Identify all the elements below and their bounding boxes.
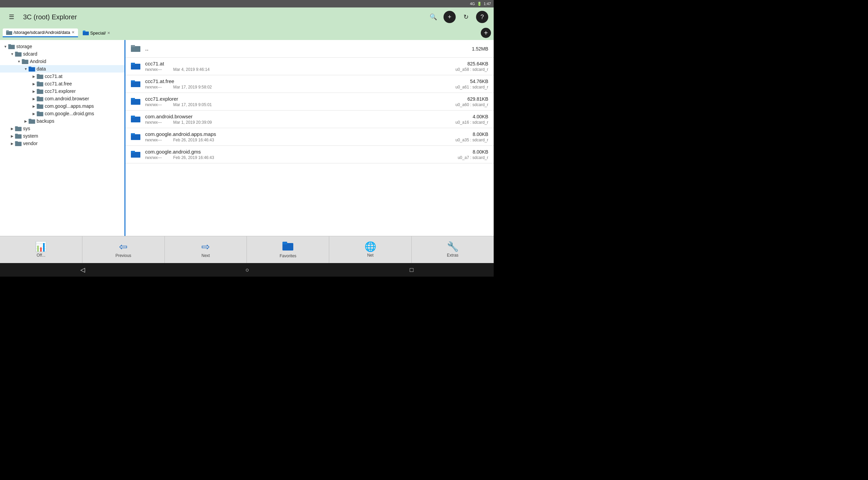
svg-rect-9 <box>15 52 18 53</box>
file-row-comandroidbrowser[interactable]: com.android.browser rwxrwx--- Mar 1, 201… <box>125 111 494 128</box>
nav-label-net: Net <box>367 253 374 258</box>
nav-label-previous: Previous <box>115 253 131 258</box>
search-button[interactable]: 🔍 <box>427 11 439 23</box>
tree-item-data[interactable]: ▼ data <box>0 65 124 73</box>
tree-item-android[interactable]: ▼ Android <box>0 58 124 65</box>
tree-arrow-vendor: ▶ <box>9 141 15 146</box>
tree-label-vendor: vendor <box>23 141 38 146</box>
nav-item-favorites[interactable]: Favorites <box>247 236 329 263</box>
tree-item-ccc71explorer[interactable]: ▶ ccc71.explorer <box>0 87 124 95</box>
svg-rect-29 <box>15 126 18 128</box>
file-row-parent[interactable]: .. 1.52MB <box>125 40 494 58</box>
file-name-comgoogleapps: com.google.android.apps.maps <box>145 131 455 137</box>
back-button[interactable]: ◁ <box>67 263 99 276</box>
file-info-parent: .. <box>145 45 472 52</box>
folder-icon-parent <box>131 44 141 53</box>
tree-item-backups[interactable]: ▶ backups <box>0 117 124 125</box>
tab-close-special[interactable]: ✕ <box>107 31 110 35</box>
tree-arrow-comgooglegms: ▶ <box>31 111 37 116</box>
tree-label-backups: backups <box>37 118 54 124</box>
tree-item-storage[interactable]: ▼ storage <box>0 43 124 50</box>
tree-item-sdcard[interactable]: ▼ sdcard <box>0 50 124 58</box>
tree-item-comandroid[interactable]: ▶ com.android.browser <box>0 95 124 102</box>
tree-label-ccc71atfree: ccc71.at.free <box>45 81 72 86</box>
file-meta-ccc71at: rwxrwx--- Mar 4, 2019 9:46:14 <box>145 67 455 72</box>
folder-icon-storage <box>8 44 15 49</box>
svg-rect-19 <box>37 89 39 91</box>
tree-arrow-comgooglemaps: ▶ <box>31 103 37 109</box>
nav-label-favorites: Favorites <box>280 254 296 258</box>
svg-rect-7 <box>8 44 11 46</box>
svg-rect-11 <box>22 59 24 61</box>
file-name-ccc71atfree: ccc71.at.free <box>145 78 455 84</box>
tree-item-sys[interactable]: ▶ sys <box>0 125 124 132</box>
add-tab-button[interactable]: + <box>443 11 456 23</box>
tree-label-data: data <box>37 66 46 72</box>
tab-label-sdcard: /storage/sdcard/Android/data <box>14 30 70 35</box>
app-title: 3C (root) Explorer <box>23 13 422 21</box>
folder-icon-comgooglemaps <box>37 103 43 109</box>
home-button[interactable]: ○ <box>232 264 263 276</box>
folder-icon-comandroid <box>37 96 43 101</box>
tree-arrow-backups: ▶ <box>23 118 28 124</box>
tree-item-ccc71at[interactable]: ▶ ccc71.at <box>0 73 124 80</box>
file-sizeinfo-comandroidbrowser: 4.00KB u0_a16 : sdcard_r <box>455 114 488 125</box>
folder-icon-vendor <box>15 141 22 146</box>
tree-arrow-android: ▼ <box>16 59 22 64</box>
tree-item-vendor[interactable]: ▶ vendor <box>0 140 124 147</box>
nav-item-extras[interactable]: 🔧 Extras <box>412 236 494 263</box>
nav-item-previous[interactable]: ⇦ Previous <box>82 236 165 263</box>
help-button[interactable]: ? <box>476 11 488 23</box>
nav-label-extras: Extras <box>447 253 458 258</box>
nav-item-net[interactable]: 🌐 Net <box>329 236 412 263</box>
tree-item-system[interactable]: ▶ system <box>0 132 124 140</box>
file-row-comgooglegms[interactable]: com.google.android.gms rwxrwx--- Feb 26,… <box>125 146 494 163</box>
tree-item-comgooglegms[interactable]: ▶ com.google...droid.gms <box>0 110 124 117</box>
tree-label-android: Android <box>30 59 46 64</box>
file-name-parent: .. <box>145 45 472 52</box>
file-name-ccc71at: ccc71.at <box>145 61 455 66</box>
signal-indicator: 4G <box>470 2 475 6</box>
recent-button[interactable]: □ <box>396 264 427 276</box>
bottom-nav: 📊 Off... ⇦ Previous ⇨ Next Favorites 🌐 N… <box>0 236 494 263</box>
nav-item-offline[interactable]: 📊 Off... <box>0 236 82 263</box>
file-row-ccc71explorer[interactable]: ccc71.explorer rwxrwx--- Mar 17, 2019 9:… <box>125 93 494 111</box>
refresh-button[interactable]: ↻ <box>460 11 472 23</box>
tree-item-comgooglemaps[interactable]: ▶ com.googl...apps.maps <box>0 102 124 110</box>
tab-close-sdcard[interactable]: ✕ <box>72 30 75 35</box>
svg-rect-5 <box>83 31 85 32</box>
file-row-ccc71at[interactable]: ccc71.at rwxrwx--- Mar 4, 2019 9:46:14 8… <box>125 58 494 75</box>
tree-label-comgooglegms: com.google...droid.gms <box>45 111 94 116</box>
tree-item-ccc71atfree[interactable]: ▶ ccc71.at.free <box>0 80 124 87</box>
file-sizeinfo-ccc71at: 825.64KB u0_a58 : sdcard_r <box>455 61 488 72</box>
tab-special[interactable]: Special/ ✕ <box>79 29 114 37</box>
nav-item-next[interactable]: ⇨ Next <box>165 236 247 263</box>
net-icon: 🌐 <box>364 242 376 252</box>
file-sizeinfo-ccc71atfree: 54.76KB u0_a61 : sdcard_r <box>455 79 488 89</box>
folder-icon-system <box>15 133 22 139</box>
tree-label-comgooglemaps: com.googl...apps.maps <box>45 103 94 109</box>
menu-button[interactable]: ☰ <box>5 11 18 23</box>
file-row-ccc71atfree[interactable]: ccc71.at.free rwxrwx--- Mar 17, 2019 9:5… <box>125 75 494 93</box>
status-bar: 4G 🔋 1:47 <box>0 0 494 7</box>
main-content: ▼ storage ▼ sdcard ▼ Android ▼ data ▶ cc… <box>0 40 494 236</box>
tree-arrow-comandroid: ▶ <box>31 96 37 101</box>
file-sizeinfo-comgooglegms: 8.00KB u0_a7 : sdcard_r <box>458 149 488 160</box>
folder-icon-android <box>22 59 28 64</box>
file-row-comgoogleapps[interactable]: com.google.android.apps.maps rwxrwx--- F… <box>125 128 494 146</box>
svg-rect-13 <box>28 67 31 68</box>
add-tab-button-row[interactable]: + <box>481 28 491 38</box>
tab-folder-icon <box>6 30 12 35</box>
folder-icon-comgooglegms-file <box>131 150 141 159</box>
app-bar-actions: 🔍 + ↻ ? <box>427 11 488 23</box>
tab-sdcard[interactable]: /storage/sdcard/Android/data ✕ <box>3 28 78 37</box>
file-name-comgooglegms: com.google.android.gms <box>145 149 458 155</box>
tree-label-sys: sys <box>23 126 30 131</box>
svg-rect-41 <box>131 98 135 100</box>
folder-icon-ccc71atfree-file <box>131 80 141 88</box>
svg-rect-37 <box>131 63 135 65</box>
folder-icon-ccc71atfree <box>37 81 43 86</box>
next-icon: ⇨ <box>201 242 210 252</box>
tree-arrow-ccc71at: ▶ <box>31 74 37 79</box>
svg-rect-47 <box>131 151 135 153</box>
